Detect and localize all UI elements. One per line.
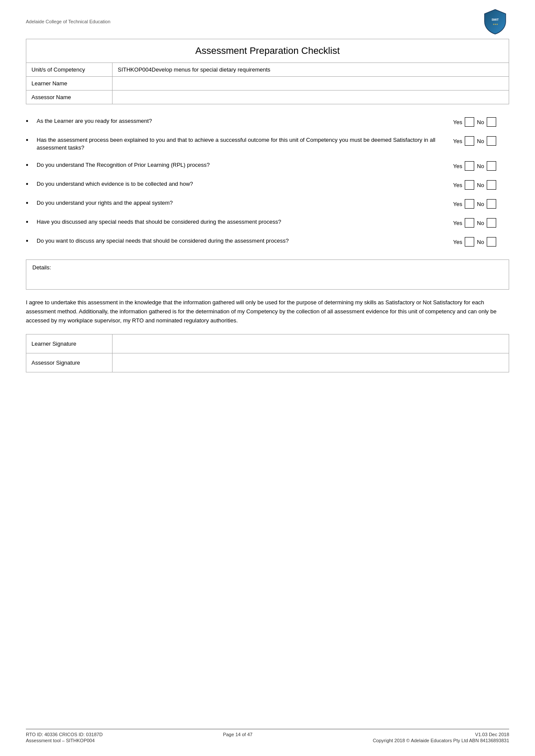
checklist-row: • As the Learner are you ready for asses… [26, 113, 509, 131]
footer-left: RTO ID: 40336 CRICOS ID: 03187D Assessme… [26, 732, 103, 743]
bullet-icon: • [26, 161, 34, 169]
checklist-row: • Do you want to discuss any special nee… [26, 233, 509, 251]
no-label: No [477, 138, 484, 144]
assessor-signature-field[interactable] [113, 353, 509, 372]
bullet-icon: • [26, 218, 34, 226]
header-bar: Adelaide College of Technical Education … [26, 9, 509, 34]
signature-table: Learner Signature Assessor Signature [26, 334, 509, 372]
checklist-row: • Do you understand which evidence is to… [26, 176, 509, 194]
bullet-icon: • [26, 237, 34, 245]
unit-label: Unit/s of Competency [26, 63, 113, 77]
checklist-section: • As the Learner are you ready for asses… [26, 113, 509, 251]
svg-text:SMIT: SMIT [491, 18, 499, 21]
no-label: No [477, 163, 484, 169]
checklist-item-text: Do you understand your rights and the ap… [37, 199, 440, 207]
logo-shield-icon: SMIT ★★★ [483, 9, 507, 34]
yes-label: Yes [453, 119, 462, 125]
yes-no-group: Yes No [440, 136, 509, 146]
no-checkbox[interactable] [487, 136, 496, 146]
yes-no-group: Yes No [440, 199, 509, 209]
checklist-row: • Do you understand your rights and the … [26, 195, 509, 213]
footer-tool-name: Assessment tool – SITHKOP004 [26, 738, 103, 743]
yes-checkbox[interactable] [465, 117, 474, 127]
main-table: Assessment Preparation Checklist Unit/s … [26, 39, 509, 104]
yes-no-group: Yes No [440, 237, 509, 247]
assessor-name-value [113, 91, 509, 104]
yes-label: Yes [453, 220, 462, 226]
yes-label: Yes [453, 201, 462, 207]
yes-label: Yes [453, 239, 462, 245]
yes-checkbox[interactable] [465, 199, 474, 209]
yes-no-group: Yes No [440, 117, 509, 127]
bullet-icon: • [26, 136, 34, 144]
bullet-icon: • [26, 180, 34, 188]
learner-name-label: Learner Name [26, 77, 113, 91]
bullet-icon: • [26, 117, 34, 125]
yes-label: Yes [453, 182, 462, 188]
no-checkbox[interactable] [487, 237, 496, 247]
yes-no-group: Yes No [440, 180, 509, 190]
yes-checkbox[interactable] [465, 237, 474, 247]
learner-signature-label: Learner Signature [26, 334, 113, 353]
no-checkbox[interactable] [487, 199, 496, 209]
no-label: No [477, 201, 484, 207]
footer-version: V1.03 Dec 2018 [373, 732, 509, 737]
yes-label: Yes [453, 138, 462, 144]
learner-name-value [113, 77, 509, 91]
details-label: Details: [32, 264, 51, 271]
page-wrapper: Adelaide College of Technical Education … [0, 0, 535, 756]
yes-checkbox[interactable] [465, 218, 474, 228]
agreement-text: I agree to undertake this assessment in … [26, 298, 509, 325]
no-checkbox[interactable] [487, 161, 496, 171]
checklist-item-text: Has the assessment process been explaine… [37, 136, 440, 152]
yes-checkbox[interactable] [465, 161, 474, 171]
bullet-icon: • [26, 199, 34, 207]
checklist-item-text: Do you understand The Recognition of Pri… [37, 161, 440, 169]
yes-checkbox[interactable] [465, 180, 474, 190]
yes-label: Yes [453, 163, 462, 169]
footer-copyright: Copyright 2018 © Adelaide Educators Pty … [373, 738, 509, 743]
no-label: No [477, 119, 484, 125]
footer: RTO ID: 40336 CRICOS ID: 03187D Assessme… [26, 729, 509, 743]
footer-page: Page 14 of 47 [223, 732, 253, 737]
details-box: Details: [26, 259, 509, 290]
assessor-signature-label: Assessor Signature [26, 353, 113, 372]
checklist-item-text: Have you discussed any special needs tha… [37, 218, 440, 226]
no-checkbox[interactable] [487, 117, 496, 127]
logo: SMIT ★★★ [483, 9, 509, 34]
checklist-row: • Do you understand The Recognition of P… [26, 157, 509, 175]
checklist-item-text: Do you understand which evidence is to b… [37, 180, 440, 188]
no-checkbox[interactable] [487, 180, 496, 190]
footer-right: V1.03 Dec 2018 Copyright 2018 © Adelaide… [373, 732, 509, 743]
footer-center: Page 14 of 47 [223, 732, 253, 743]
checklist-item-text: Do you want to discuss any special needs… [37, 237, 440, 245]
no-label: No [477, 182, 484, 188]
checklist-row: • Has the assessment process been explai… [26, 132, 509, 156]
footer-rto-id: RTO ID: 40336 CRICOS ID: 03187D [26, 732, 103, 737]
yes-checkbox[interactable] [465, 136, 474, 146]
svg-text:★★★: ★★★ [493, 23, 498, 25]
yes-no-group: Yes No [440, 218, 509, 228]
no-label: No [477, 220, 484, 226]
yes-no-group: Yes No [440, 161, 509, 171]
checklist-row: • Have you discussed any special needs t… [26, 214, 509, 232]
checklist-item-text: As the Learner are you ready for assessm… [37, 117, 440, 125]
org-name: Adelaide College of Technical Education [26, 19, 110, 24]
unit-value: SITHKOP004Develop menus for special diet… [113, 63, 509, 77]
page-title: Assessment Preparation Checklist [26, 39, 509, 63]
no-label: No [477, 239, 484, 245]
assessor-name-label: Assessor Name [26, 91, 113, 104]
learner-signature-field[interactable] [113, 334, 509, 353]
no-checkbox[interactable] [487, 218, 496, 228]
